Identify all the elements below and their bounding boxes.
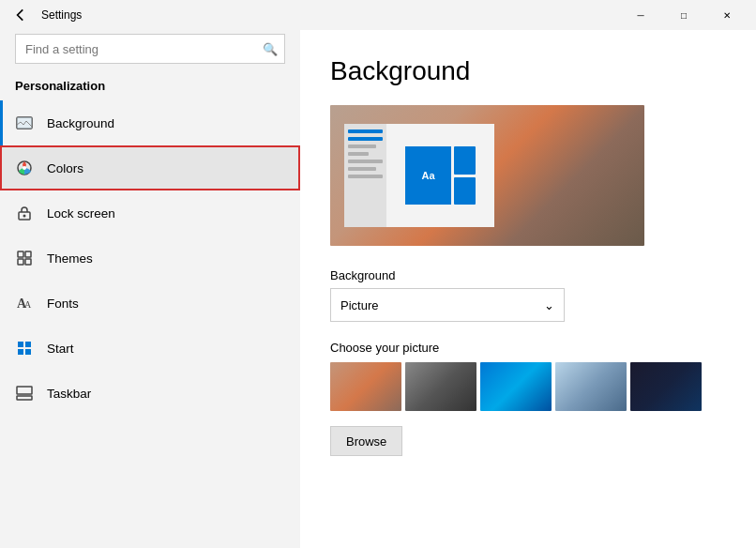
mock-line — [348, 175, 383, 178]
sidebar-item-taskbar[interactable]: Taskbar — [0, 371, 300, 416]
mock-line — [348, 152, 369, 156]
choose-picture-label: Choose your picture — [330, 341, 726, 355]
sidebar-item-colors[interactable]: Colors — [0, 145, 300, 190]
chevron-down-icon: ⌄ — [544, 298, 554, 312]
sidebar-section-title: Personalization — [0, 75, 300, 100]
preview-main-mock: Aa — [386, 124, 494, 227]
mock-line — [348, 137, 383, 141]
mock-line — [348, 160, 383, 163]
svg-text:A: A — [24, 299, 32, 310]
svg-rect-15 — [25, 349, 31, 355]
svg-rect-6 — [18, 251, 23, 257]
sidebar-item-themes[interactable]: Themes — [0, 236, 300, 281]
tile-aa: Aa — [405, 146, 451, 205]
sidebar-item-start[interactable]: Start — [0, 326, 300, 371]
background-label: Background — [330, 268, 726, 282]
background-icon — [15, 114, 34, 132]
page-title: Background — [330, 56, 726, 86]
sidebar-item-fonts[interactable]: A A Fonts — [0, 281, 300, 326]
minimize-button[interactable]: ─ — [619, 0, 662, 30]
sidebar-item-lockscreen[interactable]: Lock screen — [0, 190, 300, 236]
preview-overlay: Aa — [344, 124, 494, 227]
svg-rect-16 — [17, 396, 32, 400]
svg-rect-13 — [25, 342, 31, 347]
sidebar-item-label-fonts: Fonts — [47, 297, 79, 311]
mock-line — [348, 129, 383, 133]
tile-sm-1 — [454, 146, 476, 175]
maximize-button[interactable]: □ — [662, 0, 705, 30]
picture-thumbnail-3[interactable] — [480, 362, 552, 411]
taskbar-icon — [15, 384, 34, 403]
sidebar-item-label-start: Start — [47, 342, 74, 356]
picture-grid — [330, 362, 726, 411]
lockscreen-icon — [15, 204, 34, 222]
preview-sidebar-mock — [344, 124, 386, 227]
svg-rect-17 — [17, 387, 32, 394]
sidebar-item-label-themes: Themes — [47, 251, 93, 266]
picture-thumbnail-5[interactable] — [630, 362, 702, 411]
titlebar: Settings ─ □ ✕ — [0, 0, 756, 30]
picture-thumbnail-1[interactable] — [330, 362, 401, 411]
search-container: 🔍 — [15, 34, 285, 64]
svg-point-5 — [23, 215, 26, 218]
svg-rect-9 — [25, 259, 31, 265]
sidebar-item-background[interactable]: Background — [0, 100, 300, 145]
window-controls: ─ □ ✕ — [619, 0, 748, 30]
titlebar-title: Settings — [41, 8, 82, 22]
sidebar-item-label-colors: Colors — [47, 161, 83, 175]
app-body: 🔍 Personalization Background — [0, 30, 756, 548]
svg-rect-8 — [18, 259, 23, 265]
colors-icon — [15, 159, 34, 177]
dropdown-value: Picture — [340, 298, 378, 312]
svg-rect-14 — [18, 349, 23, 355]
sidebar: 🔍 Personalization Background — [0, 30, 300, 548]
svg-rect-7 — [25, 251, 31, 257]
search-icon: 🔍 — [263, 42, 278, 56]
sidebar-item-label-taskbar: Taskbar — [47, 387, 91, 401]
content-area: Background Aa — [300, 30, 756, 548]
tile-sm-2 — [454, 177, 476, 206]
picture-thumbnail-4[interactable] — [555, 362, 627, 411]
sidebar-item-label-background: Background — [47, 116, 114, 130]
browse-button[interactable]: Browse — [330, 426, 402, 456]
svg-rect-12 — [18, 342, 23, 347]
back-button[interactable] — [8, 2, 34, 28]
background-preview: Aa — [330, 105, 644, 246]
search-input[interactable] — [15, 34, 285, 64]
mock-line — [348, 167, 376, 171]
sidebar-item-label-lockscreen: Lock screen — [47, 206, 115, 221]
background-dropdown[interactable]: Picture ⌄ — [330, 288, 565, 322]
picture-thumbnail-2[interactable] — [405, 362, 476, 411]
svg-point-3 — [23, 166, 26, 170]
start-icon — [15, 339, 34, 358]
fonts-icon: A A — [15, 294, 34, 312]
themes-icon — [15, 249, 34, 267]
close-button[interactable]: ✕ — [705, 0, 748, 30]
mock-line — [348, 145, 376, 148]
